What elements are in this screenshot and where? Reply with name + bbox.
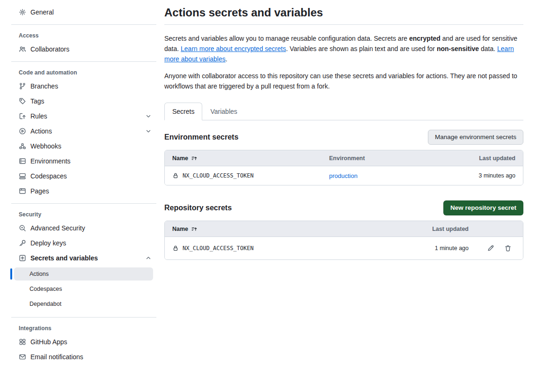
sidebar-item-advanced-security[interactable]: Advanced Security	[11, 221, 156, 236]
server-icon	[19, 157, 26, 165]
title-divider	[164, 24, 523, 25]
rules-icon	[19, 112, 26, 120]
column-header-name[interactable]: Name	[165, 226, 417, 232]
sidebar-item-label: Rules	[30, 111, 47, 121]
page-title: Actions secrets and variables	[164, 6, 523, 20]
key-icon	[19, 239, 26, 247]
sidebar-item-label: Pages	[30, 186, 49, 196]
secret-name: NX_CLOUD_ACCESS_TOKEN	[172, 245, 254, 251]
intro-segment: Secrets and variables allow you to manag…	[164, 35, 409, 42]
sidebar-item-rules[interactable]: Rules	[11, 109, 156, 124]
sidebar-item-pages[interactable]: Pages	[11, 184, 156, 199]
sidebar-item-label: Webhooks	[30, 141, 61, 151]
sidebar-section-code-automation: Code and automation Branches	[11, 64, 156, 204]
sidebar-item-label: GitHub Apps	[30, 337, 67, 347]
gear-icon	[19, 8, 26, 16]
settings-sidebar: General Access Collaborators Code and au…	[0, 0, 156, 371]
secret-asterisk-icon	[19, 254, 26, 262]
sidebar-item-actions[interactable]: Actions	[11, 124, 156, 139]
main-content: Actions secrets and variables Secrets an…	[164, 0, 523, 260]
sidebar-item-label: Codespaces	[30, 171, 67, 181]
intro-segment: . Variables are shown as plain text and …	[286, 45, 437, 52]
environment-link[interactable]: production	[329, 172, 358, 179]
trash-icon	[504, 244, 512, 252]
codespaces-icon	[19, 172, 26, 180]
column-header-last-updated: Last updated	[417, 226, 469, 232]
repository-secrets-title: Repository secrets	[164, 204, 232, 212]
manage-environment-secrets-button[interactable]: Manage environment secrets	[428, 130, 523, 145]
environment-secrets-title: Environment secrets	[164, 133, 238, 141]
sidebar-subitem-actions[interactable]: Actions	[14, 267, 153, 281]
last-updated-text: 1 minute ago	[435, 245, 469, 251]
sidebar-item-codespaces[interactable]: Codespaces	[11, 169, 156, 184]
secret-name-text: NX_CLOUD_ACCESS_TOKEN	[183, 172, 254, 179]
new-repository-secret-button[interactable]: New repository secret	[443, 200, 523, 215]
column-header-label: Name	[172, 226, 188, 232]
mail-icon	[19, 353, 26, 361]
lock-icon	[172, 172, 179, 179]
sidebar-item-general[interactable]: General	[11, 5, 156, 20]
tab-variables[interactable]: Variables	[202, 103, 245, 120]
intro-paragraph-2: Anyone with collaborator access to this …	[164, 71, 518, 91]
sidebar-item-label: Actions	[30, 126, 52, 136]
chevron-down-icon	[145, 113, 152, 119]
intro-text: Secrets and variables allow you to manag…	[164, 33, 518, 91]
column-header-environment: Environment	[322, 155, 429, 162]
secret-name-text: NX_CLOUD_ACCESS_TOKEN	[183, 245, 254, 251]
secret-name: NX_CLOUD_ACCESS_TOKEN	[172, 172, 254, 179]
intro-segment: .	[226, 55, 228, 63]
secrets-variables-tabnav: Secrets Variables	[164, 103, 523, 120]
column-header-last-updated: Last updated	[429, 155, 523, 162]
intro-segment-bold: non-sensitive	[437, 45, 479, 52]
apps-grid-icon	[19, 338, 26, 346]
sidebar-item-secrets-and-variables[interactable]: Secrets and variables	[11, 251, 156, 266]
repository-secrets-table: Name Last updated	[164, 221, 523, 260]
environment-secrets-table: Name Environment Last updated	[164, 150, 523, 185]
pencil-icon	[487, 244, 494, 252]
tag-icon	[19, 97, 26, 105]
sidebar-heading-integrations: Integrations	[11, 319, 156, 334]
tab-secrets[interactable]: Secrets	[164, 103, 202, 120]
environment-secret-row: NX_CLOUD_ACCESS_TOKEN production 3 minut…	[165, 166, 523, 185]
sidebar-item-email-notifications[interactable]: Email notifications	[11, 349, 156, 364]
sidebar-item-github-apps[interactable]: GitHub Apps	[11, 334, 156, 349]
webhook-icon	[19, 142, 26, 150]
sidebar-item-label: Collaborators	[30, 44, 69, 54]
sidebar-heading-code-automation: Code and automation	[11, 64, 156, 79]
sidebar-item-webhooks[interactable]: Webhooks	[11, 139, 156, 154]
sidebar-subitem-label: Dependabot	[29, 301, 61, 307]
column-header-name[interactable]: Name	[165, 155, 322, 162]
sidebar-heading-security: Security	[11, 206, 156, 221]
column-header-label: Name	[172, 155, 188, 162]
sidebar-heading-access: Access	[11, 27, 156, 42]
sidebar-item-deploy-keys[interactable]: Deploy keys	[11, 236, 156, 251]
sidebar-item-label: Tags	[30, 96, 44, 106]
play-circle-icon	[19, 127, 26, 135]
lock-icon	[172, 245, 179, 251]
delete-secret-button[interactable]	[504, 244, 512, 252]
sidebar-item-tags[interactable]: Tags	[11, 94, 156, 109]
codescan-icon	[19, 224, 26, 232]
last-updated-text: 3 minutes ago	[478, 172, 515, 179]
sidebar-section-security: Security Advanced Security	[11, 206, 156, 318]
sort-ascending-icon	[191, 226, 198, 232]
sidebar-item-label: Advanced Security	[30, 223, 85, 233]
sidebar-subitem-dependabot[interactable]: Dependabot	[14, 297, 153, 311]
sidebar-item-label: Branches	[30, 81, 58, 91]
sidebar-item-collaborators[interactable]: Collaborators	[11, 42, 156, 57]
settings-page: General Access Collaborators Code and au…	[0, 0, 551, 371]
sidebar-subitem-label: Codespaces	[29, 286, 62, 292]
sidebar-item-label: General	[30, 7, 54, 17]
sort-ascending-icon	[191, 155, 198, 162]
sidebar-subitem-codespaces[interactable]: Codespaces	[14, 282, 153, 296]
repository-secret-row: NX_CLOUD_ACCESS_TOKEN 1 minute ago	[165, 237, 523, 259]
sidebar-item-branches[interactable]: Branches	[11, 79, 156, 94]
edit-secret-button[interactable]	[487, 244, 494, 252]
people-icon	[19, 45, 26, 53]
git-branch-icon	[19, 82, 26, 90]
browser-icon	[19, 187, 26, 195]
encrypted-secrets-link[interactable]: Learn more about encrypted secrets	[181, 45, 286, 52]
sidebar-item-environments[interactable]: Environments	[11, 154, 156, 169]
repository-secrets-header: Repository secrets New repository secret	[164, 200, 523, 215]
intro-segment: data.	[479, 45, 497, 52]
